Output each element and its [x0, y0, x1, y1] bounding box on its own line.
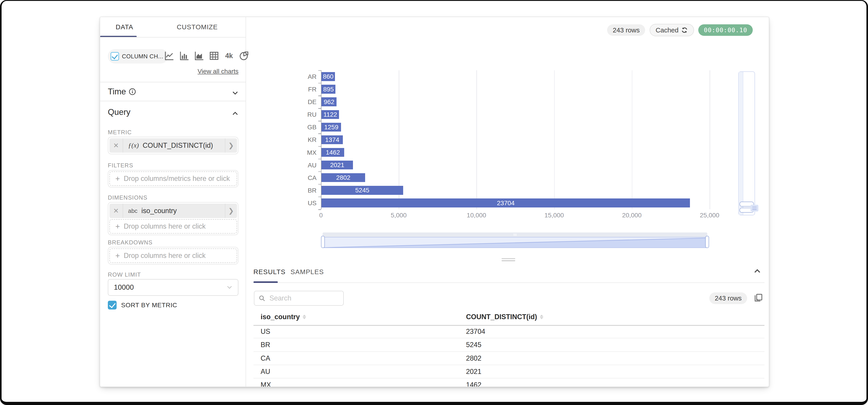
bar-chart-icon[interactable] [179, 51, 189, 61]
copy-icon[interactable] [754, 293, 763, 302]
filters-dropzone[interactable]: + Drop columns/metrics here or click [110, 171, 237, 186]
view-all-charts-link[interactable]: View all charts [198, 67, 239, 75]
grip-icon[interactable] [750, 205, 758, 211]
bar-GB[interactable]: 1259 [321, 123, 341, 132]
y-axis-tick [318, 197, 321, 197]
datazoom-move-handle[interactable] [322, 232, 707, 237]
gridline [554, 70, 555, 209]
y-axis-tick [318, 146, 321, 147]
bar-KR[interactable]: 1374 [321, 135, 343, 144]
bar-FR[interactable]: 895 [321, 85, 335, 93]
metric-control: ✕ ƒ(x)COUNT_DISTINCT(id) ❯ [108, 137, 238, 154]
plus-icon: + [116, 175, 120, 182]
viz-type-shortcuts: 4k [164, 51, 249, 61]
bar-value-label: 5245 [355, 186, 369, 194]
y-axis-category-label: DE [282, 95, 316, 108]
row-count-badge: 243 rows [607, 24, 645, 36]
y-axis-tick [318, 70, 321, 71]
table-cell: MX [261, 378, 271, 387]
viz-type-column-chart[interactable]: COLUMN CH... [108, 49, 168, 63]
tab-data[interactable]: DATA [100, 17, 149, 37]
chevron-up-icon[interactable] [232, 110, 239, 117]
chevron-down-icon[interactable] [232, 90, 239, 96]
chevron-down-icon [226, 284, 232, 290]
section-query[interactable]: Query [108, 108, 130, 117]
sort-by-metric-checkbox[interactable]: SORT BY METRIC [108, 301, 177, 310]
y-axis-tick [318, 95, 321, 96]
gridline [710, 70, 710, 209]
bar-MX[interactable]: 1462 [321, 148, 344, 157]
section-time[interactable]: Time [108, 87, 136, 96]
datazoom-left-handle[interactable] [321, 236, 325, 248]
column-header-iso-country[interactable]: iso_country [261, 313, 306, 321]
panel-resize-handle[interactable] [501, 258, 515, 262]
refresh-icon[interactable] [681, 27, 688, 34]
bar-US[interactable]: 23704 [321, 198, 690, 207]
breakdowns-placeholder: Drop columns here or click [124, 252, 206, 260]
bar-AU[interactable]: 2021 [321, 161, 353, 169]
dimensions-label: DIMENSIONS [108, 194, 148, 201]
column-header-count-distinct[interactable]: COUNT_DISTINCT(id) [466, 313, 544, 321]
bar-BR[interactable]: 5245 [321, 186, 403, 195]
remove-icon[interactable]: ✕ [110, 204, 123, 218]
status-badges: 243 rows Cached 00:00:00.10 [607, 24, 753, 36]
y-axis-tick [318, 121, 321, 121]
metric-option[interactable]: ✕ ƒ(x)COUNT_DISTINCT(id) ❯ [110, 138, 237, 153]
explore-panel: DATA CUSTOMIZE COLUMN CH... [100, 17, 769, 387]
table-row: BR5245 [253, 338, 765, 352]
breakdowns-dropzone[interactable]: + Drop columns here or click [110, 249, 237, 263]
data-shadow [323, 237, 707, 248]
bar-value-label: 1374 [325, 136, 339, 143]
row-limit-select[interactable]: 10000 [108, 279, 238, 296]
bar-value-label: 2021 [330, 161, 344, 169]
cached-label: Cached [656, 24, 679, 36]
sort-icon[interactable] [303, 315, 306, 319]
gridline [632, 70, 632, 209]
area-chart-icon[interactable] [194, 51, 204, 61]
dimensions-placeholder: Drop columns here or click [124, 222, 206, 230]
dimensions-dropzone[interactable]: + Drop columns here or click [110, 219, 237, 234]
chart-panel: 243 rows Cached 00:00:00.10 05,00010,000… [246, 17, 769, 386]
table-cell: 1462 [466, 378, 481, 387]
search-icon [259, 295, 265, 302]
datazoom-right-handle[interactable] [705, 236, 709, 248]
y-axis-tick [318, 83, 321, 83]
data-shadow [739, 72, 743, 215]
query-timer-badge: 00:00:00.10 [698, 24, 753, 36]
table-row: AU2021 [253, 365, 765, 378]
column-type-icon: abc [128, 208, 137, 214]
line-chart-icon[interactable] [164, 51, 174, 61]
bar-DE[interactable]: 962 [321, 97, 336, 106]
bar-RU[interactable]: 1122 [321, 110, 339, 119]
table-cell: AU [261, 365, 270, 378]
datazoom-vertical [738, 71, 755, 215]
big-number-icon[interactable]: 4k [224, 51, 234, 61]
y-axis-category-label: AU [282, 159, 316, 171]
results-section: RESULTS SAMPLES 243 rows iso_country [246, 264, 769, 387]
y-axis-tick [318, 159, 321, 159]
column-header-label: iso_country [261, 313, 300, 321]
info-icon[interactable] [129, 88, 136, 95]
datazoom-track[interactable] [322, 237, 707, 248]
dimension-option[interactable]: ✕ abciso_country ❯ [110, 204, 237, 218]
remove-icon[interactable]: ✕ [110, 138, 123, 153]
chevron-right-icon[interactable]: ❯ [225, 204, 237, 218]
search-input[interactable] [268, 293, 339, 303]
divider [100, 37, 246, 37]
chevron-right-icon[interactable]: ❯ [225, 138, 237, 153]
tab-samples[interactable]: SAMPLES [290, 268, 324, 276]
y-axis-category-label: BR [282, 184, 316, 197]
results-table-header: iso_country COUNT_DISTINCT(id) [253, 313, 765, 326]
y-axis-category-label: AR [282, 70, 316, 83]
search-box [254, 291, 343, 306]
table-chart-icon[interactable] [209, 51, 219, 61]
bar-AR[interactable]: 860 [321, 72, 335, 81]
y-axis-category-label: MX [282, 146, 316, 159]
tab-customize[interactable]: CUSTOMIZE [149, 17, 246, 37]
collapse-icon[interactable] [753, 267, 761, 275]
tab-results[interactable]: RESULTS [253, 268, 285, 276]
cached-badge[interactable]: Cached [650, 24, 694, 36]
bar-CA[interactable]: 2802 [321, 173, 365, 182]
x-axis-tick-label: 20,000 [622, 211, 642, 219]
sort-icon[interactable] [540, 315, 544, 319]
